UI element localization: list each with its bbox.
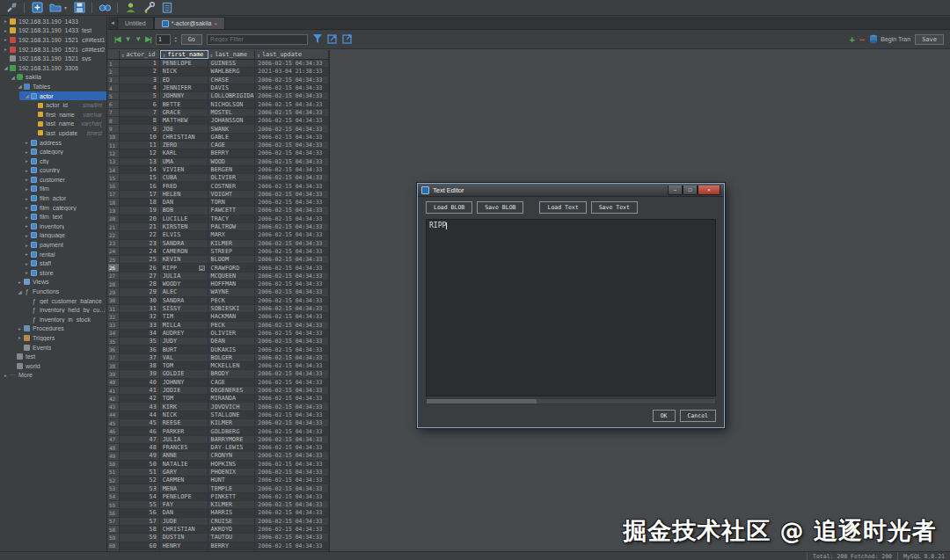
open-in-window-icon[interactable]	[342, 33, 353, 45]
table-row-60[interactable]: 6060HENRYBERRY2006-02-15 04:34:33	[108, 542, 329, 550]
cell-actor-id[interactable]: 12	[120, 149, 160, 156]
cell-actor-id[interactable]: 25	[120, 256, 160, 263]
row-number[interactable]: 55	[108, 501, 120, 508]
cell-actor-id[interactable]: 44	[120, 411, 160, 418]
table-row-5[interactable]: 55JOHNNYLOLLOBRIGIDA2006-02-15 04:34:33	[108, 92, 329, 100]
row-number[interactable]: 43	[108, 403, 120, 410]
table-row-7[interactable]: 77GRACEMOSTEL2006-02-15 04:34:33	[108, 109, 329, 117]
cell-last-update[interactable]: 2006-02-15 04:34:33	[255, 215, 329, 222]
ok-button[interactable]: OK	[653, 410, 676, 422]
cell-last-name[interactable]: PECK	[208, 322, 256, 329]
cell-actor-id[interactable]: 23	[120, 240, 160, 247]
cell-last-name[interactable]: HUNT	[208, 476, 256, 484]
row-number[interactable]: 50	[108, 461, 120, 468]
cell-last-update[interactable]: 2006-02-15 04:34:33	[255, 452, 329, 459]
cell-last-update[interactable]: 2006-02-15 04:34:33	[255, 526, 329, 533]
table-row-20[interactable]: 2020LUCILLETRACY2006-02-15 04:34:33	[108, 215, 329, 223]
first-row-button[interactable]: |◀	[114, 35, 120, 43]
cell-last-update[interactable]: 2006-02-15 04:34:33	[255, 240, 329, 247]
cell-last-name[interactable]: BERRY	[208, 149, 256, 156]
cell-last-name[interactable]: BRODY	[208, 370, 256, 377]
cell-first-name[interactable]: CARMEN	[160, 476, 208, 484]
cell-last-name[interactable]: DEAN	[208, 338, 256, 345]
cell-last-update[interactable]: 2006-02-15 04:34:33	[255, 534, 329, 541]
cell-last-name[interactable]: JOVOVICH	[208, 403, 256, 410]
cell-actor-id[interactable]: 51	[120, 469, 160, 476]
row-number[interactable]: 31	[108, 305, 120, 312]
cell-last-name[interactable]: TEMPLE	[208, 484, 256, 491]
cell-actor-id[interactable]: 58	[120, 526, 160, 533]
cell-last-update[interactable]: 2006-02-15 04:34:33	[255, 256, 329, 263]
tree-item-Views[interactable]: ▸Views	[0, 278, 106, 287]
cell-last-update[interactable]: 2006-02-15 04:34:33	[255, 419, 329, 426]
table-row-48[interactable]: 4848FRANCESDAY-LEWIS2006-02-15 04:34:33	[108, 444, 329, 452]
cell-last-update[interactable]: 2006-02-15 04:34:33	[255, 223, 329, 230]
cell-last-update[interactable]: 2006-02-15 04:34:33	[255, 313, 329, 320]
row-number[interactable]: 29	[108, 288, 120, 295]
tree-expander-icon[interactable]: ◢	[17, 289, 23, 295]
row-number[interactable]: 34	[108, 330, 120, 337]
tree-item-film_text[interactable]: ▸film_text	[0, 212, 106, 222]
cell-first-name[interactable]: RIPP…	[160, 264, 208, 271]
cell-last-name[interactable]: PINKETT	[208, 493, 256, 500]
table-row-18[interactable]: 1818DANTORN2006-02-15 04:34:33	[108, 199, 329, 207]
cell-actor-id[interactable]: 46	[120, 427, 160, 434]
tree-item-test[interactable]: test	[0, 352, 106, 361]
cell-last-name[interactable]: TAUTOU	[208, 534, 256, 541]
sort-icon[interactable]: ⇕	[210, 52, 214, 58]
cell-last-name[interactable]: BARRYMORE	[208, 436, 256, 443]
column-header-actor_id[interactable]: ⇕actor_id	[120, 50, 160, 59]
cell-actor-id[interactable]: 53	[120, 484, 160, 491]
tree-expander-icon[interactable]: ◢	[24, 93, 30, 98]
next-set-button[interactable]: ▼	[135, 35, 141, 43]
table-row-33[interactable]: 3333MILLAPECK2006-02-15 04:34:33	[108, 322, 329, 330]
cell-last-update[interactable]: 2006-02-15 04:34:33	[255, 379, 329, 386]
cell-first-name[interactable]: JODIE	[160, 387, 208, 394]
cell-last-update[interactable]: 2006-02-15 04:34:33	[255, 395, 329, 402]
table-row-3[interactable]: 33EDCHASE2006-02-15 04:34:33	[108, 76, 329, 84]
cell-last-update[interactable]: 2006-02-15 04:34:33	[255, 134, 329, 141]
table-row-11[interactable]: 1111ZEROCAGE2006-02-15 04:34:33	[108, 142, 329, 149]
tree-item-language[interactable]: ▸language	[0, 231, 106, 241]
tree-item-192.168.31.190_1433_test[interactable]: ▸192.168.31.190_1433_test	[0, 26, 106, 36]
tree-expander-icon[interactable]: ▸	[24, 261, 30, 266]
sort-icon[interactable]: ⇕	[121, 52, 125, 58]
open-folder-icon[interactable]	[49, 2, 62, 14]
tree-item-customer[interactable]: ▸customer	[0, 175, 106, 185]
cell-first-name[interactable]: HENRY	[160, 542, 208, 549]
table-row-58[interactable]: 5858CHRISTIANAKROYD2006-02-15 04:34:33	[108, 526, 329, 534]
text-editor-area[interactable]: RIPP	[426, 219, 716, 396]
cell-first-name[interactable]: MENA	[160, 484, 208, 491]
cell-first-name[interactable]: NICK	[160, 68, 208, 75]
tree-item-Tables[interactable]: ◢Tables	[0, 82, 106, 91]
cell-actor-id[interactable]: 55	[120, 501, 160, 508]
cell-last-name[interactable]: CRUISE	[208, 518, 256, 525]
cell-last-name[interactable]: MOSTEL	[208, 109, 256, 116]
cell-first-name[interactable]: VIVIEN	[160, 166, 208, 173]
tab-untitled[interactable]: Untitled	[117, 17, 154, 29]
cell-actor-id[interactable]: 40	[120, 379, 160, 386]
cell-last-name[interactable]: MCKELLEN	[208, 362, 256, 369]
cell-first-name[interactable]: KARL	[160, 149, 208, 156]
row-number[interactable]: 6	[108, 100, 120, 107]
cell-first-name[interactable]: KEVIN	[160, 256, 208, 263]
cell-last-update[interactable]: 2006-02-15 04:34:33	[255, 125, 329, 132]
table-row-54[interactable]: 5454PENELOPEPINKETT2006-02-15 04:34:33	[108, 493, 329, 501]
row-number[interactable]: 24	[108, 248, 120, 255]
table-row-35[interactable]: 3535JUDYDEAN2006-02-15 04:34:33	[108, 338, 329, 345]
table-row-2[interactable]: 22NICKWAHLBERG2021-03-04 21:38:33	[108, 68, 329, 76]
table-row-40[interactable]: 4040JOHNNYCAGE2006-02-15 04:34:33	[108, 379, 329, 387]
table-row-15[interactable]: 1515CUBAOLIVIER2006-02-15 04:34:33	[108, 174, 329, 182]
cell-first-name[interactable]: BETTE	[160, 100, 208, 107]
table-row-45[interactable]: 4545REESEKILMER2006-02-15 04:34:33	[108, 419, 329, 427]
cell-last-update[interactable]: 2006-02-15 04:34:33	[255, 345, 329, 353]
prev-set-button[interactable]: ▼	[124, 35, 130, 43]
tree-item-192.168.31.190_1521_c##test1[interactable]: ▸192.168.31.190_1521_c##test1	[0, 35, 106, 45]
cell-actor-id[interactable]: 39	[120, 370, 160, 377]
tree-expander-icon[interactable]: ▸	[24, 196, 30, 201]
row-number[interactable]: 13	[108, 158, 120, 165]
tree-item-first_name[interactable]: first_namevarchar	[0, 110, 106, 120]
row-number[interactable]: 23	[108, 240, 120, 247]
cell-last-name[interactable]: OLIVIER	[208, 174, 256, 181]
tools-icon[interactable]	[142, 2, 155, 14]
